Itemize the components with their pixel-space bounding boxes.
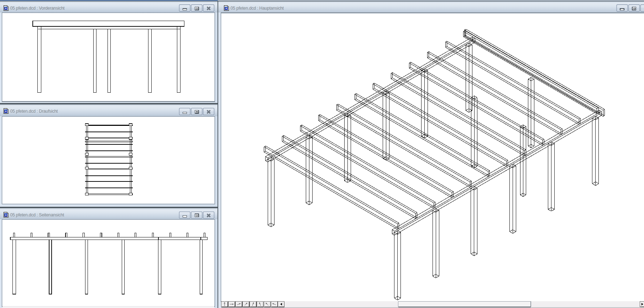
svg-text:05 pfeten.dcd : Seitenansicht: 05 pfeten.dcd : Seitenansicht — [10, 212, 64, 217]
svg-text:05 pfeten.dcd : Vorderansicht: 05 pfeten.dcd : Vorderansicht — [10, 6, 65, 11]
svg-text:05 pfeten.dcd : Draufsicht: 05 pfeten.dcd : Draufsicht — [10, 109, 58, 114]
svg-text:05 pfeten.dcd : Hauptansicht: 05 pfeten.dcd : Hauptansicht — [231, 6, 284, 11]
